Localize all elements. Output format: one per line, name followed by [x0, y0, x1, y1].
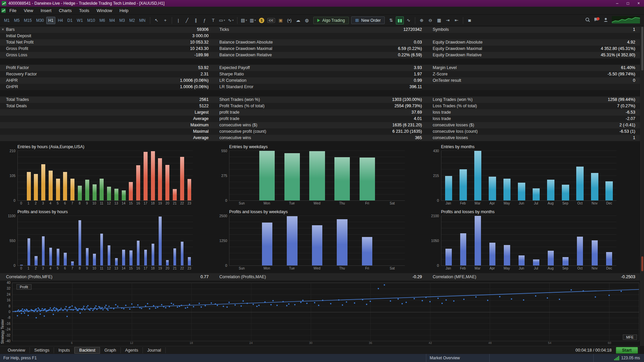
timeframe-m15[interactable]: M15	[22, 17, 34, 24]
menu-help[interactable]: Help	[116, 7, 132, 14]
chart-window-dropdown-icon[interactable]: ▤▾	[240, 16, 248, 24]
crosshair-icon[interactable]: +	[161, 16, 169, 24]
x-tick-label: 12	[105, 201, 113, 206]
zoom-in-icon[interactable]: ⊕	[418, 16, 426, 24]
tab-graph[interactable]: Graph	[100, 347, 121, 353]
timeframe-m1[interactable]: M1	[2, 17, 12, 24]
menu-view[interactable]: View	[20, 7, 37, 14]
x-tick-label: Oct	[573, 201, 587, 206]
bar	[312, 225, 322, 265]
timeframe-mn[interactable]: MN	[137, 17, 148, 24]
x-tick-label: 5	[54, 201, 61, 206]
menu-window[interactable]: Window	[93, 7, 116, 14]
x-tick-label: 48	[488, 341, 492, 345]
timeframe-m4[interactable]: M4	[107, 17, 117, 24]
maximize-button[interactable]: □	[623, 0, 633, 7]
tab-agents[interactable]: Agents	[121, 347, 143, 353]
x-tick-label: 11	[98, 266, 105, 271]
strategy-tester-caption[interactable]: Strategy Tester	[0, 317, 5, 346]
notifications-icon[interactable]	[594, 17, 600, 24]
sort-icon[interactable]: ⇅	[387, 16, 395, 24]
signals-icon[interactable]: (•)	[285, 16, 293, 24]
timeframe-m5[interactable]: M5	[12, 17, 22, 24]
menu-charts[interactable]: Charts	[55, 7, 75, 14]
dock-right-icon[interactable]: ⇥	[444, 16, 452, 24]
tab-overview[interactable]: Overview	[3, 347, 30, 353]
close-button[interactable]: ×	[633, 0, 644, 7]
timeframe-h4[interactable]: H4	[56, 17, 65, 24]
menu-file[interactable]: File	[6, 7, 20, 14]
stats-cell: Loss Trades (% of total)7 (0.27%)	[427, 103, 640, 109]
menu-tools[interactable]: Tools	[75, 7, 93, 14]
market-overview-selector[interactable]: Market Overview	[426, 354, 490, 362]
new-order-button[interactable]: ⊞ New Order	[351, 16, 385, 24]
tab-inputs[interactable]: Inputs	[54, 347, 74, 353]
stat-value: Maximal	[193, 128, 209, 135]
shapes-dropdown-icon[interactable]: ▭▾	[218, 16, 226, 24]
statusbar-gap	[490, 354, 594, 362]
stat-label: Profit Trades (% of total)	[219, 103, 265, 109]
indicators-dropdown-icon[interactable]: ∿▾	[227, 16, 235, 24]
stat-label: Recovery Factor	[6, 71, 37, 77]
timeframe-m10[interactable]: M10	[85, 17, 97, 24]
equidistant-channel-icon[interactable]: ∥	[192, 16, 200, 24]
timeframe-h1[interactable]: H1	[46, 17, 55, 24]
bar	[27, 172, 31, 200]
scrollbar-thumb[interactable]	[641, 27, 643, 70]
toolbar-separator	[172, 17, 172, 24]
stat-label: Balance Drawdown Maximal	[219, 46, 272, 52]
stats-cell: profit trade4.01	[213, 116, 427, 122]
algo-trading-button[interactable]: Algo Trading	[313, 17, 349, 24]
strategy-tester-icon[interactable]: ▮▮	[396, 16, 404, 24]
dock-left-icon[interactable]: ⇤	[452, 16, 461, 24]
tile-windows-icon[interactable]: ▦	[435, 16, 443, 24]
fibonacci-icon-glyph: ƒ	[203, 18, 206, 23]
timeframe-d1[interactable]: D1	[65, 17, 74, 24]
mini-chart-preview[interactable]	[612, 16, 640, 25]
minimize-button[interactable]: –	[612, 0, 623, 7]
text-label-icon[interactable]: T	[209, 16, 217, 24]
start-button[interactable]: Start	[616, 347, 638, 354]
menu-insert[interactable]: Insert	[37, 7, 55, 14]
connection-status[interactable]: 123.05 ms	[594, 356, 644, 360]
timeframe-m2[interactable]: M2	[127, 17, 137, 24]
metaeditor-icon[interactable]: IDE	[266, 16, 276, 24]
timeframe-m30[interactable]: M30	[34, 17, 46, 24]
bar	[152, 244, 154, 265]
fibonacci-icon[interactable]: ƒ	[201, 16, 209, 24]
regression-line	[12, 283, 639, 341]
stat-value: 1258 (99.44%)	[608, 97, 635, 103]
y-tick-label: -16	[6, 322, 10, 325]
stats-cell: Total Deals5122	[0, 103, 213, 109]
timeframe-m3[interactable]: M3	[117, 17, 127, 24]
chart-style-dropdown-icon[interactable]: ▥▾	[249, 16, 257, 24]
screenshot-icon[interactable]: ◙	[466, 16, 474, 24]
tester-tabs: OverviewSettingsInputsBacktestGraphAgent…	[0, 346, 640, 354]
tab-journal[interactable]: Journal	[143, 347, 166, 353]
stats-cell: Symbols1	[427, 26, 640, 33]
vertical-scrollbar[interactable]	[640, 26, 644, 346]
cursor-icon[interactable]: ↖	[153, 16, 161, 24]
vps-icon[interactable]: ◍	[303, 16, 311, 24]
community-icon[interactable]	[603, 17, 608, 24]
vertical-line-icon[interactable]: |	[174, 16, 182, 24]
trendline-icon[interactable]: ╱	[183, 16, 191, 24]
stat-value: 2 (-0.41)	[620, 122, 635, 128]
tab-settings[interactable]: Settings	[30, 347, 54, 353]
cloud-icon[interactable]: ☁	[294, 16, 302, 24]
search-icon[interactable]	[585, 17, 590, 24]
x-tick-label: 22	[178, 266, 186, 271]
equity-curve-icon[interactable]: ∿	[405, 16, 413, 24]
timeframe-w1[interactable]: W1	[75, 17, 85, 24]
stats-cell: Gross Loss-189.98	[0, 52, 213, 58]
stat-value: 2561	[199, 97, 209, 103]
x-tick-label: 7	[69, 201, 76, 206]
timeframe-m6[interactable]: M6	[97, 17, 107, 24]
tab-backtest[interactable]: Backtest	[74, 347, 100, 354]
toolbar-right	[585, 16, 642, 25]
marketplace-icon[interactable]: ▣	[277, 16, 285, 24]
market-dollar-icon[interactable]: $	[258, 16, 266, 24]
chart-plot	[229, 150, 405, 201]
zoom-out-icon[interactable]: ⊖	[426, 16, 434, 24]
close-panel-icon[interactable]: ×	[2, 27, 4, 32]
